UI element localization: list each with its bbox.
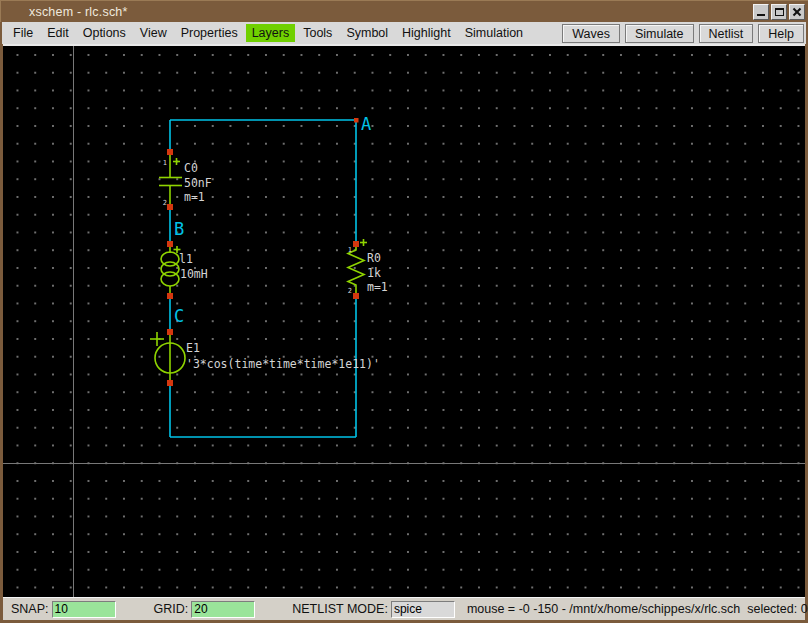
- menu-view[interactable]: View: [134, 24, 173, 42]
- menu-symbol[interactable]: Symbol: [340, 24, 394, 42]
- component-ref: l1: [179, 252, 193, 266]
- menu-highlight[interactable]: Highlight: [396, 24, 457, 42]
- component-source-e1[interactable]: E1 '3*cos(time*time*time*1e11)': [150, 332, 380, 383]
- grid-label: GRID:: [154, 602, 189, 616]
- component-inductor-l1[interactable]: l1 10mH: [161, 244, 208, 296]
- net-label-a: A: [361, 114, 371, 134]
- waves-button[interactable]: Waves: [562, 24, 620, 43]
- component-mult: m=1: [184, 190, 205, 204]
- svg-text:1: 1: [348, 246, 352, 254]
- component-ref: C0: [184, 161, 198, 175]
- component-value: 50nF: [184, 176, 212, 190]
- component-value: '3*cos(time*time*time*1e11)': [186, 357, 380, 371]
- netlist-button[interactable]: Netlist: [699, 24, 754, 43]
- netlist-mode-label: NETLIST MODE:: [292, 602, 388, 616]
- statusbar: SNAP: GRID: NETLIST MODE: mouse = -0 -15…: [3, 597, 805, 620]
- maximize-icon: [775, 8, 784, 16]
- help-button[interactable]: Help: [758, 24, 804, 43]
- netlist-mode-input[interactable]: [391, 601, 455, 618]
- minimize-button[interactable]: [753, 4, 769, 20]
- component-resistor-r0[interactable]: 1 2 R0 1k m=1: [348, 239, 388, 296]
- component-value: 1k: [367, 266, 381, 280]
- menu-simulation[interactable]: Simulation: [459, 24, 529, 42]
- snap-input[interactable]: [52, 601, 116, 618]
- simulate-button[interactable]: Simulate: [625, 24, 694, 43]
- menu-file[interactable]: File: [7, 24, 39, 42]
- schematic-drawing: 1 2 C0 50nF m=1 l1 10mH: [3, 46, 805, 597]
- net-label-c: C: [174, 306, 184, 326]
- svg-text:2: 2: [348, 287, 352, 295]
- window-title: xschem - rlc.sch*: [29, 5, 128, 19]
- menu-edit[interactable]: Edit: [41, 24, 75, 42]
- menu-options[interactable]: Options: [77, 24, 132, 42]
- snap-label: SNAP:: [11, 602, 49, 616]
- close-button[interactable]: [789, 4, 805, 20]
- menu-items: File Edit Options View Properties Layers…: [2, 24, 530, 42]
- svg-text:1: 1: [163, 159, 167, 167]
- titlebar[interactable]: xschem - rlc.sch*: [0, 0, 808, 22]
- origin-axes: [3, 46, 805, 597]
- maximize-button[interactable]: [771, 4, 787, 20]
- mouse-status-text: mouse = -0 -150 - /mnt/x/home/schippes/x…: [467, 602, 808, 616]
- component-value: 10mH: [180, 267, 208, 281]
- component-ref: R0: [367, 251, 381, 265]
- minimize-icon: [757, 14, 765, 16]
- svg-text:2: 2: [163, 199, 167, 207]
- xschem-window: xschem - rlc.sch* File Edit Options View…: [0, 0, 808, 623]
- net-label-b: B: [174, 219, 184, 239]
- net-labels[interactable]: A B C: [174, 114, 371, 326]
- menu-tools[interactable]: Tools: [297, 24, 338, 42]
- component-ref: E1: [186, 341, 200, 355]
- menubar: File Edit Options View Properties Layers…: [2, 22, 806, 44]
- menu-layers[interactable]: Layers: [246, 24, 296, 42]
- component-mult: m=1: [367, 280, 388, 294]
- grid-input[interactable]: [191, 601, 255, 618]
- menu-properties[interactable]: Properties: [175, 24, 244, 42]
- component-capacitor-c0[interactable]: 1 2 C0 50nF m=1: [159, 152, 212, 207]
- schematic-canvas[interactable]: 1 2 C0 50nF m=1 l1 10mH: [3, 44, 805, 597]
